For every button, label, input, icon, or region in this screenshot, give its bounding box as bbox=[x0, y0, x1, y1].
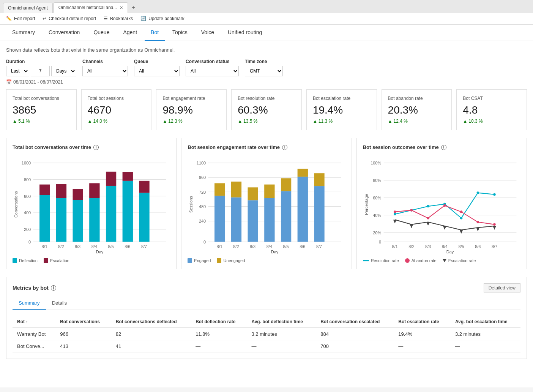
duration-value-input[interactable] bbox=[31, 66, 50, 76]
svg-point-83 bbox=[394, 213, 396, 216]
info-icon[interactable]: i bbox=[282, 145, 287, 150]
svg-rect-50 bbox=[231, 198, 241, 242]
col-escalated[interactable]: Bot conversation escalated bbox=[316, 316, 394, 328]
svg-text:200: 200 bbox=[24, 227, 31, 232]
col-deflected[interactable]: Bot conversations deflected bbox=[111, 316, 191, 328]
legend-abandon: Abandon rate bbox=[405, 258, 437, 263]
tab-queue[interactable]: Queue bbox=[87, 25, 115, 41]
timezone-label: Time zone bbox=[245, 59, 283, 64]
svg-rect-16 bbox=[56, 184, 66, 198]
kpi-change: ▲ 11.3 % bbox=[313, 119, 371, 124]
cell-escalated: 884 bbox=[316, 328, 394, 340]
tab-label: Omnichannel historical ana... bbox=[58, 5, 117, 10]
checkout-default-button[interactable]: ↩ Checkout default report bbox=[43, 16, 96, 21]
svg-text:8/4: 8/4 bbox=[266, 244, 272, 249]
kpi-change: ▲ 14.0 % bbox=[88, 119, 145, 124]
kpi-change: ▲ 12.4 % bbox=[388, 119, 446, 124]
svg-marker-98 bbox=[410, 224, 413, 228]
svg-rect-52 bbox=[248, 200, 258, 242]
col-deflection-rate[interactable]: Bot deflection rate bbox=[191, 316, 247, 328]
timezone-select[interactable]: GMT bbox=[245, 66, 283, 76]
svg-rect-18 bbox=[73, 189, 83, 200]
col-avg-escalation-time[interactable]: Avg. bot escalation time bbox=[451, 316, 520, 328]
tab-unified-routing[interactable]: Unified routing bbox=[222, 25, 268, 41]
tab-agent[interactable]: Agent bbox=[117, 25, 143, 41]
channels-select[interactable]: All bbox=[82, 66, 128, 76]
kpi-change: ▲ 12.3 % bbox=[162, 119, 220, 124]
cell-conversations: 966 bbox=[55, 328, 111, 340]
detailed-view-button[interactable]: Detailed view bbox=[484, 283, 520, 292]
conv-status-select[interactable]: All bbox=[186, 66, 239, 76]
svg-marker-103 bbox=[493, 226, 496, 230]
sync-icon: 🔄 bbox=[140, 16, 146, 21]
info-icon[interactable]: i bbox=[441, 145, 446, 150]
close-icon[interactable]: ✕ bbox=[120, 5, 123, 10]
svg-text:8/7: 8/7 bbox=[316, 244, 322, 249]
queue-select[interactable]: All bbox=[134, 66, 180, 76]
info-icon[interactable]: i bbox=[51, 285, 56, 291]
tab-voice[interactable]: Voice bbox=[195, 25, 220, 41]
up-arrow-icon: ▲ bbox=[238, 119, 242, 124]
svg-rect-53 bbox=[248, 187, 258, 200]
legend-escalation-line: Escalation rate bbox=[443, 258, 476, 263]
tab-conversation[interactable]: Conversation bbox=[43, 25, 86, 41]
kpi-value: 19.4% bbox=[313, 104, 371, 116]
col-conversations[interactable]: Bot conversations bbox=[55, 316, 111, 328]
kpi-value: 3865 bbox=[13, 104, 70, 116]
svg-text:8/5: 8/5 bbox=[283, 244, 289, 249]
kpi-value: 60.3% bbox=[238, 104, 295, 116]
kpi-row: Total bot conversations 3865 ▲ 5.1 % Tot… bbox=[6, 89, 527, 130]
cell-escalation-rate: 19.4% bbox=[394, 328, 451, 340]
new-tab-button[interactable]: + bbox=[129, 3, 138, 13]
info-notice: Shown data reflects bots that exist in t… bbox=[6, 47, 527, 53]
browser-tab-agent[interactable]: Omnichannel Agent bbox=[3, 3, 53, 13]
col-avg-deflect-time[interactable]: Avg. bot deflection time bbox=[247, 316, 316, 328]
bookmarks-button[interactable]: ☰ Bookmarks bbox=[104, 16, 133, 21]
duration-unit-select[interactable]: Days bbox=[51, 66, 76, 76]
col-escalation-rate[interactable]: Bot escalation rate bbox=[394, 316, 451, 328]
info-icon[interactable]: i bbox=[93, 145, 99, 150]
svg-rect-15 bbox=[56, 198, 66, 242]
tab-label: Omnichannel Agent bbox=[8, 5, 48, 11]
svg-text:8/3: 8/3 bbox=[250, 244, 255, 249]
chart-legend: Deflection Escalation bbox=[13, 258, 170, 263]
svg-text:8/3: 8/3 bbox=[425, 244, 431, 249]
main-content: Shown data reflects bots that exist in t… bbox=[0, 41, 533, 387]
browser-tab-historical[interactable]: Omnichannel historical ana... ✕ bbox=[54, 2, 128, 13]
svg-rect-54 bbox=[265, 198, 275, 242]
metrics-table: Bot ↑ Bot conversations Bot conversation… bbox=[13, 316, 520, 352]
channels-label: Channels bbox=[82, 59, 128, 64]
tab-topics[interactable]: Topics bbox=[166, 25, 194, 41]
tab-bot[interactable]: Bot bbox=[145, 25, 165, 41]
svg-text:800: 800 bbox=[24, 177, 31, 182]
kpi-csat: Bot CSAT 4.8 ▲ 10.3 % bbox=[456, 89, 527, 130]
svg-text:8/5: 8/5 bbox=[108, 244, 114, 249]
svg-marker-101 bbox=[459, 230, 463, 234]
table-row: Bot Conve... 413 41 — — 700 — — bbox=[13, 340, 520, 352]
svg-rect-60 bbox=[314, 186, 325, 242]
svg-text:400: 400 bbox=[24, 210, 31, 215]
chart-session-engagement: Bot session engagement rate over time i … bbox=[181, 138, 352, 269]
section-title: Metrics by bot i bbox=[13, 285, 56, 291]
cell-deflection-rate: — bbox=[191, 340, 247, 352]
toolbar: ✏️ Edit report ↩ Checkout default report… bbox=[0, 13, 533, 25]
timezone-filter: Time zone GMT bbox=[245, 59, 283, 76]
sub-tab-summary[interactable]: Summary bbox=[13, 297, 46, 310]
session-chart-svg: 1100 960 720 480 240 0 Sessions bbox=[188, 155, 345, 254]
queue-filter: Queue All bbox=[134, 59, 180, 76]
sub-tab-details[interactable]: Details bbox=[46, 297, 73, 310]
svg-text:8/6: 8/6 bbox=[475, 244, 481, 249]
col-bot[interactable]: Bot ↑ bbox=[13, 316, 55, 328]
svg-text:8/2: 8/2 bbox=[233, 244, 239, 249]
cell-avg-escalation-time: 3.2 minutes bbox=[451, 328, 520, 340]
cell-escalated: 700 bbox=[316, 340, 394, 352]
up-arrow-icon: ▲ bbox=[388, 119, 393, 124]
svg-text:8/7: 8/7 bbox=[492, 244, 497, 249]
tab-summary[interactable]: Summary bbox=[6, 25, 41, 41]
metrics-by-bot-section: Metrics by bot i Detailed view Summary D… bbox=[6, 277, 527, 359]
update-bookmark-button[interactable]: 🔄 Update bookmark bbox=[140, 16, 184, 21]
channels-filter: Channels All bbox=[82, 59, 128, 76]
duration-preset-select[interactable]: Last bbox=[6, 66, 29, 76]
edit-report-button[interactable]: ✏️ Edit report bbox=[6, 16, 35, 21]
svg-text:8/2: 8/2 bbox=[58, 244, 64, 249]
